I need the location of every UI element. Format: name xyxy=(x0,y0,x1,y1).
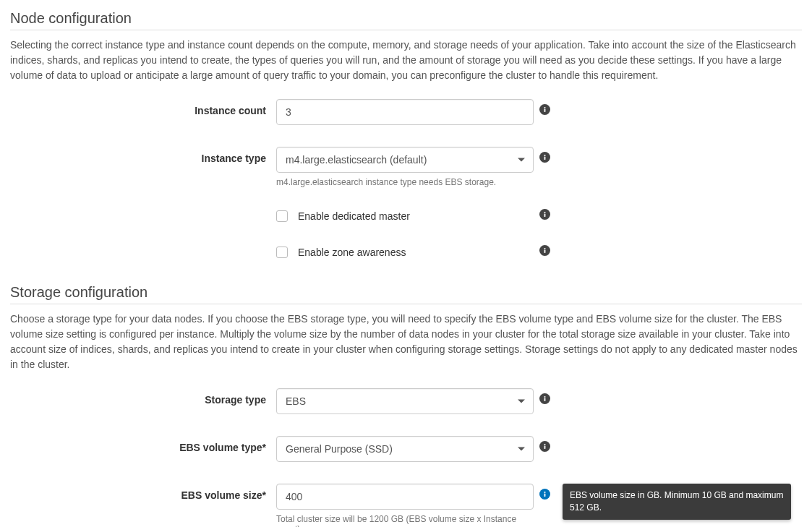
svg-rect-11 xyxy=(544,446,546,450)
info-icon[interactable] xyxy=(539,393,550,404)
ebs-volume-type-label: EBS volume type* xyxy=(10,436,276,453)
svg-point-2 xyxy=(544,155,545,156)
instance-type-help: m4.large.elasticsearch instance type nee… xyxy=(276,177,534,187)
svg-point-12 xyxy=(544,492,545,493)
svg-rect-7 xyxy=(544,250,546,254)
storage-type-label: Storage type xyxy=(10,388,276,406)
node-config-form: Instance count Instance type m4.large.el… xyxy=(10,92,802,274)
instance-type-row: Instance type m4.large.elasticsearch (de… xyxy=(10,147,802,187)
svg-rect-5 xyxy=(544,214,546,218)
svg-point-10 xyxy=(544,444,545,445)
instance-type-select[interactable]: m4.large.elasticsearch (default) xyxy=(276,147,534,173)
ebs-volume-size-tooltip: EBS volume size in GB. Minimum 10 GB and… xyxy=(563,484,791,520)
storage-type-value: EBS xyxy=(286,395,306,407)
dedicated-master-label: Enable dedicated master xyxy=(298,210,410,222)
dedicated-master-row: Enable dedicated master xyxy=(10,209,802,223)
instance-count-input[interactable] xyxy=(276,99,534,125)
info-icon[interactable] xyxy=(539,441,550,452)
info-icon[interactable] xyxy=(539,209,550,220)
storage-type-row: Storage type EBS xyxy=(10,388,802,414)
storage-type-select[interactable]: EBS xyxy=(276,388,534,414)
instance-count-label: Instance count xyxy=(10,99,276,116)
info-icon[interactable] xyxy=(539,489,550,500)
zone-awareness-row: Enable zone awareness xyxy=(10,245,802,260)
svg-rect-9 xyxy=(544,398,546,402)
svg-point-4 xyxy=(544,212,545,213)
svg-point-0 xyxy=(544,107,545,108)
ebs-volume-type-value: General Purpose (SSD) xyxy=(286,443,393,455)
svg-point-8 xyxy=(544,396,545,398)
instance-type-label: Instance type xyxy=(10,147,276,164)
zone-awareness-checkbox[interactable] xyxy=(276,247,288,258)
ebs-volume-size-row: EBS volume size* Total cluster size will… xyxy=(10,484,802,527)
ebs-volume-type-row: EBS volume type* General Purpose (SSD) xyxy=(10,436,802,462)
instance-count-row: Instance count xyxy=(10,99,802,125)
ebs-volume-type-select[interactable]: General Purpose (SSD) xyxy=(276,436,534,462)
svg-point-6 xyxy=(544,248,545,249)
svg-rect-13 xyxy=(544,494,546,497)
info-icon[interactable] xyxy=(539,152,550,163)
svg-rect-3 xyxy=(544,157,546,160)
info-icon[interactable] xyxy=(539,104,550,115)
ebs-volume-size-label: EBS volume size* xyxy=(10,484,276,501)
svg-rect-1 xyxy=(544,109,546,113)
node-config-heading: Node configuration xyxy=(10,7,802,30)
node-config-description: Selecting the correct instance type and … xyxy=(10,30,802,92)
info-icon[interactable] xyxy=(539,245,550,256)
instance-type-value: m4.large.elasticsearch (default) xyxy=(286,154,427,166)
ebs-volume-size-input[interactable] xyxy=(276,484,534,510)
storage-config-heading: Storage configuration xyxy=(10,281,802,304)
dedicated-master-checkbox[interactable] xyxy=(276,210,288,222)
zone-awareness-label: Enable zone awareness xyxy=(298,247,406,258)
ebs-volume-size-help: Total cluster size will be 1200 GB (EBS … xyxy=(276,514,534,527)
storage-config-description: Choose a storage type for your data node… xyxy=(10,304,802,381)
storage-config-form: Storage type EBS EBS volume type* Genera… xyxy=(10,381,802,527)
